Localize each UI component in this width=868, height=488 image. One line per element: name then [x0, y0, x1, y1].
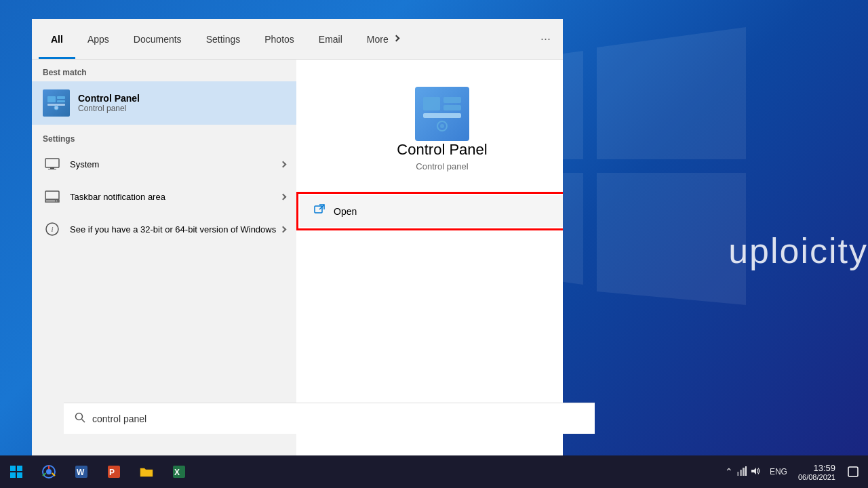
- svg-line-24: [82, 419, 85, 422]
- control-panel-icon-large: [415, 87, 469, 141]
- svg-marker-41: [751, 468, 756, 474]
- taskbar-time: 13:59: [798, 463, 835, 473]
- bitversion-label: See if you have a 32-bit or 64-bit versi…: [70, 224, 281, 235]
- svg-rect-39: [743, 468, 745, 476]
- svg-rect-6: [45, 159, 59, 167]
- monitor-icon: [43, 155, 62, 174]
- taskbar-item-powerpoint[interactable]: P: [98, 455, 130, 488]
- open-button[interactable]: Open: [300, 195, 563, 227]
- best-match-info: Control Panel Control panel: [78, 93, 140, 113]
- svg-point-30: [46, 469, 52, 474]
- tab-documents[interactable]: Documents: [121, 19, 194, 59]
- svg-rect-8: [48, 169, 56, 169]
- svg-rect-26: [17, 466, 22, 471]
- best-match-title: Control Panel: [78, 93, 140, 104]
- svg-rect-5: [55, 106, 58, 109]
- svg-rect-18: [423, 113, 461, 118]
- chevron-right-icon-2: [280, 193, 287, 200]
- tabs-bar: All Apps Documents Settings Photos Email…: [32, 19, 563, 60]
- best-match-item[interactable]: Control Panel Control panel: [32, 81, 296, 125]
- svg-rect-7: [50, 167, 54, 169]
- svg-rect-38: [740, 470, 742, 476]
- search-input[interactable]: [92, 413, 584, 424]
- chevron-right-icon-3: [280, 226, 287, 232]
- tab-photos[interactable]: Photos: [252, 19, 307, 59]
- info-icon: i: [43, 220, 62, 239]
- notification-icon[interactable]: [844, 462, 863, 481]
- tab-settings[interactable]: Settings: [194, 19, 253, 59]
- svg-rect-2: [57, 100, 65, 102]
- open-button-highlight: Open: [296, 192, 563, 230]
- svg-rect-21: [315, 206, 322, 213]
- right-panel-subtitle: Control panel: [416, 161, 468, 171]
- taskbar-date: 06/08/2021: [798, 473, 835, 481]
- svg-rect-12: [57, 201, 58, 201]
- volume-icon[interactable]: [751, 466, 760, 478]
- svg-rect-0: [47, 96, 56, 102]
- svg-text:i: i: [51, 225, 53, 233]
- svg-text:P: P: [109, 468, 115, 477]
- open-label: Open: [334, 206, 357, 217]
- svg-rect-37: [737, 472, 739, 476]
- chevron-right-icon: [280, 161, 287, 167]
- taskbar-icon: [43, 187, 62, 206]
- network-icon[interactable]: [737, 466, 747, 478]
- svg-rect-40: [745, 466, 747, 476]
- tab-all[interactable]: All: [39, 19, 75, 59]
- brand-text: uploicity: [728, 230, 868, 271]
- start-button[interactable]: [0, 455, 33, 488]
- svg-point-23: [76, 413, 83, 420]
- control-panel-icon-small: [43, 89, 70, 117]
- taskbar: W P X ⌃: [0, 455, 868, 488]
- svg-rect-28: [17, 472, 22, 478]
- svg-rect-42: [848, 467, 858, 476]
- right-panel-title: Control Panel: [397, 141, 487, 159]
- language-indicator[interactable]: ENG: [767, 467, 790, 476]
- svg-rect-9: [45, 191, 59, 199]
- svg-rect-1: [57, 96, 65, 99]
- svg-point-20: [440, 124, 444, 128]
- settings-item-bitversion[interactable]: i See if you have a 32-bit or 64-bit ver…: [32, 213, 296, 245]
- tab-apps[interactable]: Apps: [75, 19, 121, 59]
- svg-rect-15: [423, 97, 440, 110]
- chevron-down-icon: [393, 35, 399, 42]
- tabs-menu-button[interactable]: ···: [535, 29, 556, 49]
- taskbar-right: ⌃ ENG 13:59: [721, 462, 868, 481]
- svg-text:X: X: [174, 468, 180, 477]
- settings-item-system[interactable]: System: [32, 148, 296, 180]
- show-hidden-icons[interactable]: ⌃: [725, 466, 733, 477]
- svg-rect-25: [10, 466, 16, 471]
- svg-rect-16: [443, 97, 461, 103]
- taskbar-clock[interactable]: 13:59 06/08/2021: [793, 463, 841, 481]
- svg-text:W: W: [77, 468, 85, 477]
- best-match-label: Best match: [32, 60, 296, 81]
- system-label: System: [70, 159, 281, 169]
- settings-item-taskbar[interactable]: Taskbar notification area: [32, 180, 296, 213]
- settings-section-label: Settings: [32, 125, 296, 148]
- start-search-panel: All Apps Documents Settings Photos Email…: [32, 19, 563, 466]
- svg-rect-17: [443, 105, 461, 110]
- taskbar-item-excel[interactable]: X: [163, 455, 195, 488]
- open-icon: [313, 203, 326, 219]
- svg-rect-27: [10, 472, 16, 478]
- tab-more[interactable]: More: [355, 19, 411, 59]
- taskbar-item-chrome[interactable]: [33, 455, 65, 488]
- taskbar-item-word[interactable]: W: [65, 455, 98, 488]
- taskbar-notification-label: Taskbar notification area: [70, 192, 281, 202]
- tab-email[interactable]: Email: [307, 19, 355, 59]
- svg-rect-11: [55, 201, 56, 201]
- system-tray-icons: ⌃: [721, 466, 764, 478]
- taskbar-item-explorer[interactable]: [130, 455, 163, 488]
- search-icon: [75, 412, 85, 426]
- search-bar: [64, 403, 595, 434]
- best-match-subtitle: Control panel: [78, 104, 140, 113]
